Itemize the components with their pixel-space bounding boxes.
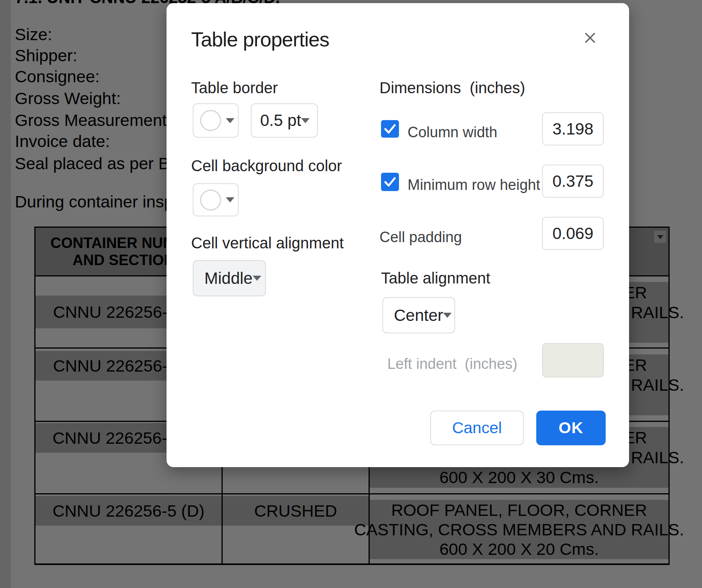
close-icon[interactable] — [582, 30, 598, 46]
checkmark-icon — [381, 120, 399, 138]
cell-vertical-alignment-select[interactable]: Middle — [193, 260, 266, 296]
border-width-select[interactable]: 0.5 pt — [251, 103, 318, 138]
cell-background-color-picker[interactable] — [193, 183, 239, 216]
cell-padding-input[interactable] — [542, 217, 604, 250]
table-alignment-select[interactable]: Center — [382, 297, 455, 333]
table-border-label: Table border — [191, 80, 278, 96]
min-row-height-checkbox[interactable] — [381, 173, 399, 191]
chevron-down-icon — [443, 313, 452, 318]
chevron-down-icon — [226, 118, 234, 123]
column-width-input[interactable] — [542, 112, 604, 145]
left-indent-label: Left indent (inches) — [387, 356, 518, 372]
color-swatch-icon — [200, 190, 221, 211]
table-alignment-label: Table alignment — [381, 270, 490, 286]
cell-background-color-label: Cell background color — [191, 158, 342, 174]
checkmark-icon — [381, 173, 399, 191]
dimensions-label: Dimensions (inches) — [379, 80, 525, 96]
column-width-checkbox[interactable] — [381, 120, 399, 138]
chevron-down-icon — [253, 276, 261, 281]
min-row-height-label: Minimum row height — [408, 177, 540, 193]
color-swatch-icon — [200, 110, 221, 131]
min-row-height-input[interactable] — [542, 165, 604, 198]
chevron-down-icon — [226, 197, 234, 202]
table-border-color-picker[interactable] — [193, 103, 239, 138]
cell-padding-label: Cell padding — [379, 229, 462, 245]
table-properties-dialog: Table properties Table border 0.5 pt Cel… — [167, 3, 629, 467]
ok-button[interactable]: OK — [536, 411, 606, 445]
dialog-title: Table properties — [191, 28, 329, 51]
cell-vertical-alignment-label: Cell vertical alignment — [191, 235, 344, 251]
column-width-label: Column width — [408, 124, 497, 140]
cancel-button[interactable]: Cancel — [430, 411, 524, 445]
chevron-down-icon — [301, 118, 310, 123]
left-indent-input — [542, 343, 604, 377]
